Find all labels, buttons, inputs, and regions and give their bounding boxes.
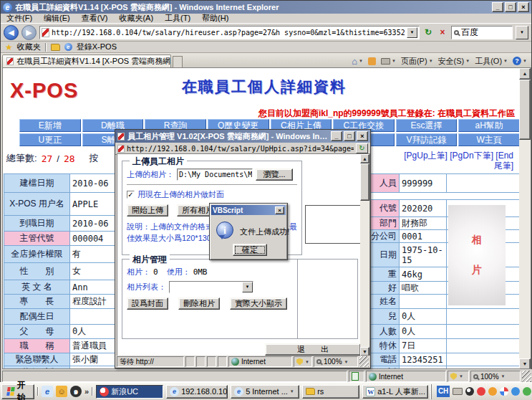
photo-count-value: 0 (153, 267, 158, 277)
scroll-down-icon[interactable]: ▼ (519, 358, 531, 369)
add-favorite-icon[interactable] (51, 44, 60, 51)
feeds-button[interactable] (368, 57, 376, 65)
nav-visit-record-button[interactable]: V拜訪記錄 (396, 133, 458, 146)
nav-select-button[interactable]: Esc選擇 (396, 119, 458, 132)
quicklaunch-more-icon[interactable]: » (84, 387, 89, 396)
status-doc-pane (349, 371, 364, 382)
tools-menu[interactable]: 工具(O)▼ (475, 56, 508, 67)
popup-status-protect-pane[interactable]: ▼ (294, 356, 312, 367)
update-tray-icon[interactable] (523, 387, 531, 396)
vbs-ok-button[interactable]: 確定 (233, 244, 267, 256)
print-button[interactable]: ▼ (381, 58, 396, 65)
ball-tray-icon[interactable] (500, 387, 508, 396)
popup-status-zoom-pane[interactable]: 100%▼ (314, 356, 358, 367)
favorites-button[interactable]: 收藏夹 (17, 42, 41, 52)
orange-tray-icon[interactable] (488, 387, 497, 396)
qq-red-tray-icon[interactable] (477, 387, 485, 396)
refresh-icon[interactable]: ↻ (422, 27, 434, 37)
menu-view[interactable]: 查看(V) (82, 13, 108, 24)
photo-text-2: 片 (472, 264, 482, 277)
search-input[interactable]: 百度 (461, 27, 478, 39)
start-button[interactable]: 开始 (1, 384, 34, 399)
exit-button[interactable]: 退 出 (265, 343, 361, 356)
menu-file[interactable]: 文件(F) (6, 13, 32, 24)
main-titlebar[interactable]: e 在職員工詳細資料V1.14 [X-POS 雲端商務網] - Windows … (1, 1, 531, 14)
quicklaunch-ie-icon[interactable]: e (42, 386, 53, 397)
menu-favorites[interactable]: 收藏夹(A) (119, 13, 153, 24)
nav-add-button[interactable]: E新增 (19, 119, 81, 132)
popup-scrollbar[interactable]: ▲ ▼ (360, 154, 369, 356)
delete-photo-button[interactable]: 刪除相片 (178, 297, 220, 310)
nav-help-button[interactable]: aH幫助 (458, 119, 520, 132)
scroll-up-icon[interactable]: ▲ (519, 68, 531, 80)
favorite-link[interactable]: 登錄X-POS (77, 42, 117, 52)
select-arrow-icon[interactable]: ▼ (242, 282, 253, 292)
set-cover-button[interactable]: 設爲封面 (127, 297, 168, 310)
usage-label: 使用： (167, 267, 190, 277)
home-button[interactable]: ⌂▼ (352, 56, 363, 67)
search-box[interactable]: 百度 (451, 26, 513, 39)
help-button[interactable]: ?▼ (513, 57, 527, 65)
popup-scroll-thumb[interactable] (360, 163, 369, 201)
popup-titlebar[interactable]: 員工相片管理 V1.02[X-POS 雲端商務網] - Windows Inte… (115, 130, 370, 143)
taskbar-task-ip-window[interactable]: e 192.168.0.10... (166, 385, 228, 399)
popup-close-button[interactable]: × (357, 131, 368, 141)
popup-address-url[interactable]: http://192.168.0.104/tw/salary/UpHpic.as… (127, 145, 354, 153)
popup-minimize-button[interactable]: _ (331, 131, 342, 141)
quicklaunch-messenger-icon[interactable]: ☺ (56, 386, 67, 397)
status-protect-pane[interactable]: ▼ (448, 371, 469, 382)
taskbar-task-rs-folder[interactable]: rs (302, 385, 359, 399)
active-tab[interactable]: 在職員工詳細資料V1.14 [X-POS 雲端商務網] (2, 54, 171, 67)
qq-tray-icon[interactable] (465, 387, 474, 396)
stop-icon[interactable]: × (437, 27, 448, 37)
row-value: 202020 (400, 200, 447, 217)
scroll-thumb[interactable] (519, 80, 531, 140)
printer-tray-icon[interactable] (453, 388, 463, 395)
resize-grip[interactable] (522, 371, 531, 382)
pager-links-wrap[interactable]: 尾筆] (494, 160, 513, 172)
vbs-close-button[interactable]: × (275, 206, 284, 214)
new-tab-button[interactable] (173, 56, 183, 67)
menu-tools[interactable]: 工具(T) (165, 13, 190, 24)
help-icon: ? (513, 57, 521, 65)
menu-help[interactable]: 帮助(H) (202, 13, 228, 24)
status-zoom-pane[interactable]: 100%▼ (470, 371, 521, 382)
safety-menu[interactable]: 安全(S)▼ (438, 56, 470, 67)
folder-icon (306, 388, 315, 395)
restore-button[interactable]: □ (505, 2, 516, 12)
address-bar[interactable]: http://192.168.0.104/tw/salary/hireuser.… (39, 26, 420, 39)
search-icon (454, 30, 459, 35)
upload-path-input[interactable]: D:\My Documents\My Pi (177, 168, 253, 181)
popup-maximize-button[interactable]: □ (344, 131, 355, 141)
address-url[interactable]: http://192.168.0.104/tw/salary/hireuser.… (52, 29, 405, 37)
quicklaunch-qq-icon[interactable]: ๑ (70, 386, 82, 397)
vbs-titlebar[interactable]: VBScript × (211, 205, 286, 215)
page-menu[interactable]: 页面(P)▼ (401, 56, 433, 67)
page-scrollbar[interactable]: ▲ ▼ (519, 68, 531, 369)
address-dropdown-icon[interactable]: ▼ (407, 27, 417, 38)
back-button[interactable]: ◀ (4, 25, 19, 40)
menu-edit[interactable]: 编辑(E) (44, 13, 70, 24)
taskbar-task-ie-group[interactable]: e 5 Internet ... ▼ (231, 385, 299, 399)
browse-button[interactable]: 瀏覽... (256, 168, 293, 181)
search-options-button[interactable]: ▼ (516, 26, 528, 39)
start-upload-button[interactable]: 開始上傳 (127, 204, 168, 216)
forward-button[interactable]: ▶ (21, 25, 37, 40)
actual-size-button[interactable]: 實際大小顯示 (230, 297, 287, 310)
taskbar-task-word-doc[interactable]: W a1-L 人事新... (362, 385, 428, 399)
nav-update-button[interactable]: U更正 (19, 133, 81, 146)
favorite-link-icon: e (64, 43, 72, 51)
nav-home-button[interactable]: W主頁 (458, 133, 520, 146)
popup-resize-grip[interactable] (359, 356, 369, 367)
photo-list-select[interactable]: ▼ (169, 281, 253, 293)
cover-checkbox[interactable]: ✓ (127, 191, 135, 199)
photo-placeholder: 相 片 (448, 205, 506, 305)
taskbar-task-sina-uc[interactable]: 新浪UC (96, 385, 163, 399)
language-indicator[interactable]: CH (437, 386, 450, 397)
popup-go-button[interactable]: ↻ (356, 143, 368, 153)
popup-scroll-up-icon[interactable]: ▲ (360, 154, 369, 163)
messenger-tray-icon[interactable] (511, 387, 520, 396)
usage-value: 0MB (193, 267, 208, 277)
close-button[interactable]: × (518, 2, 529, 12)
minimize-button[interactable]: _ (492, 2, 503, 12)
